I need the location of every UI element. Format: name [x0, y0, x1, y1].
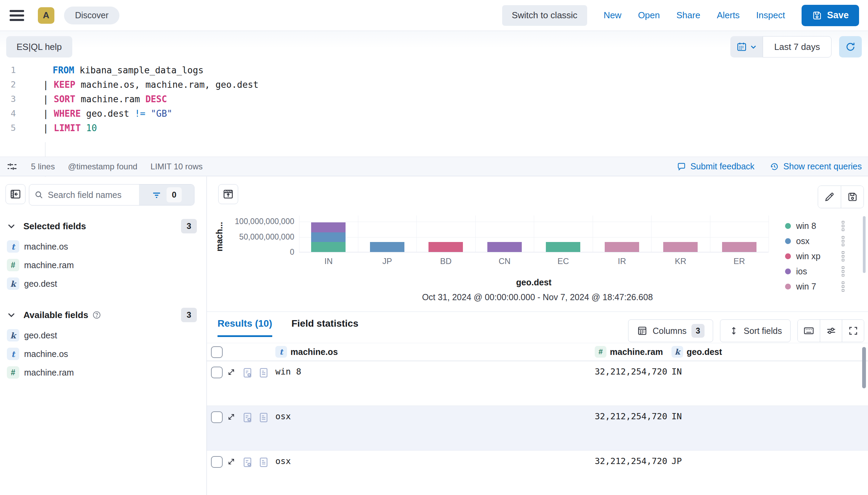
grid-display-buttons — [797, 319, 864, 342]
keyboard-icon — [803, 325, 815, 337]
field-item-machine.os[interactable]: tmachine.os — [6, 345, 207, 363]
table-row: osx32,212,254,720IN — [207, 406, 868, 451]
field-item-machine.os[interactable]: tmachine.os — [6, 237, 207, 256]
alerts-button[interactable]: Alerts — [717, 10, 740, 21]
column-header-machine.os[interactable]: tmachine.os — [275, 346, 338, 358]
column-header-machine.ram[interactable]: #machine.ram — [595, 346, 663, 358]
view-document-icon[interactable] — [258, 412, 269, 423]
legend-item-osx[interactable]: osx — [785, 233, 858, 249]
calendar-dropdown-button[interactable] — [730, 36, 763, 57]
breadcrumb-discover[interactable]: Discover — [64, 7, 119, 24]
esql-editor[interactable]: 1FROM kibana_sample_data_logs2| KEEP mac… — [0, 63, 868, 157]
save-visualization-icon-button[interactable] — [841, 186, 864, 208]
search-input[interactable] — [48, 190, 134, 200]
x-tick-JP: JP — [358, 256, 417, 266]
x-axis-labels: INJPBDCNECIRKRER — [299, 256, 769, 268]
bar-CN-ios — [487, 242, 522, 252]
keyboard-shortcuts-button[interactable] — [798, 320, 820, 342]
columns-icon — [637, 325, 648, 336]
show-recent-queries-link[interactable]: Show recent queries — [770, 161, 862, 171]
topbar-actions: Switch to classic New Open Share Alerts … — [502, 5, 859, 26]
code-line[interactable]: 5| LIMIT 10 — [0, 121, 868, 135]
x-tick-IN: IN — [299, 256, 358, 266]
open-button[interactable]: Open — [638, 10, 660, 21]
selected-fields-header[interactable]: Selected fields 3 — [7, 219, 197, 234]
help-icon[interactable] — [92, 310, 101, 319]
share-button[interactable]: Share — [676, 10, 700, 21]
fullscreen-button[interactable] — [842, 320, 864, 342]
bar-KR-win 7 — [663, 242, 698, 252]
submit-feedback-link[interactable]: Submit feedback — [677, 161, 754, 171]
legend-options-icon[interactable] — [842, 266, 844, 276]
cell-geo.dest: IN — [671, 367, 682, 377]
row-checkbox[interactable] — [211, 456, 223, 468]
field-item-machine.ram[interactable]: #machine.ram — [6, 256, 207, 274]
code-text: | LIMIT 10 — [43, 121, 97, 135]
new-button[interactable]: New — [604, 10, 622, 21]
legend-options-icon[interactable] — [842, 236, 844, 246]
save-visualization-button[interactable] — [218, 184, 238, 204]
legend-item-win 7[interactable]: win 7 — [785, 279, 858, 294]
legend-options-icon[interactable] — [842, 251, 844, 261]
view-document-icon[interactable] — [258, 367, 269, 378]
save-button[interactable]: Save — [802, 5, 859, 26]
available-fields-header[interactable]: Available fields 3 — [7, 307, 197, 323]
bar-IN-ios — [311, 222, 346, 232]
expand-row-icon[interactable] — [226, 412, 236, 422]
row-checkbox[interactable] — [211, 367, 223, 378]
legend-item-win 8[interactable]: win 8 — [785, 218, 858, 233]
chart-time-range: Oct 31, 2024 @ 00:00:00.000 - Nov 7, 202… — [207, 292, 868, 302]
avatar[interactable]: A — [38, 7, 54, 24]
refresh-button[interactable] — [839, 36, 862, 57]
code-line[interactable]: 2| KEEP machine.os, machine.ram, geo.des… — [0, 77, 868, 92]
switch-to-classic-button[interactable]: Switch to classic — [502, 5, 587, 26]
editor-settings-icon[interactable] — [6, 161, 18, 172]
code-line[interactable]: 1FROM kibana_sample_data_logs — [0, 63, 868, 77]
esql-help-button[interactable]: ES|QL help — [6, 36, 72, 57]
collapse-sidebar-button[interactable] — [6, 184, 25, 204]
legend-item-ios[interactable]: ios — [785, 264, 858, 279]
time-range-display[interactable]: Last 7 days — [763, 36, 832, 57]
gridline — [651, 215, 652, 252]
field-item-machine.ram[interactable]: #machine.ram — [6, 363, 207, 382]
sliders-icon — [825, 325, 837, 337]
edit-visualization-button[interactable] — [818, 186, 841, 208]
gridline — [416, 215, 417, 252]
remove-document-icon[interactable] — [242, 457, 253, 468]
select-all-checkbox[interactable] — [211, 346, 223, 358]
legend-item-win xp[interactable]: win xp — [785, 249, 858, 264]
legend-dot — [785, 268, 791, 274]
menu-icon[interactable] — [9, 9, 25, 22]
expand-row-icon[interactable] — [226, 367, 236, 377]
field-item-geo.dest[interactable]: kgeo.dest — [6, 274, 207, 293]
view-document-icon[interactable] — [258, 457, 269, 468]
bar-EC-win 8 — [546, 242, 580, 252]
expand-row-icon[interactable] — [226, 457, 236, 466]
inspect-button[interactable]: Inspect — [756, 10, 785, 21]
columns-button[interactable]: Columns 3 — [628, 319, 713, 342]
remove-document-icon[interactable] — [242, 412, 253, 423]
column-header-geo.dest[interactable]: kgeo.dest — [671, 346, 722, 358]
row-checkbox[interactable] — [211, 411, 223, 423]
code-line[interactable]: 4| WHERE geo.dest != "GB" — [0, 106, 868, 121]
tab-results[interactable]: Results (10) — [218, 318, 272, 337]
line-number: 5 — [0, 121, 16, 135]
chart-legend: win 8osxwin xpioswin 7 — [785, 218, 858, 294]
table-header: tmachine.os#machine.ramkgeo.dest — [207, 343, 868, 361]
tab-field-statistics[interactable]: Field statistics — [292, 318, 359, 337]
bar-JP-osx — [370, 242, 404, 252]
chart-scrollbar[interactable] — [863, 216, 866, 273]
field-item-geo.dest[interactable]: kgeo.dest — [6, 326, 207, 345]
legend-options-icon[interactable] — [842, 221, 844, 231]
code-line[interactable]: 3| SORT machine.ram DESC — [0, 92, 868, 106]
display-options-button[interactable] — [820, 320, 842, 342]
table-scrollbar[interactable] — [862, 347, 866, 388]
legend-options-icon[interactable] — [842, 282, 844, 292]
sort-fields-button[interactable]: Sort fields — [720, 319, 791, 342]
x-tick-ER: ER — [710, 256, 769, 266]
pencil-icon — [824, 191, 835, 202]
remove-document-icon[interactable] — [242, 367, 253, 378]
column-label: machine.ram — [610, 347, 663, 357]
field-label: machine.os — [24, 349, 68, 359]
field-filter-button[interactable]: 0 — [139, 185, 194, 205]
